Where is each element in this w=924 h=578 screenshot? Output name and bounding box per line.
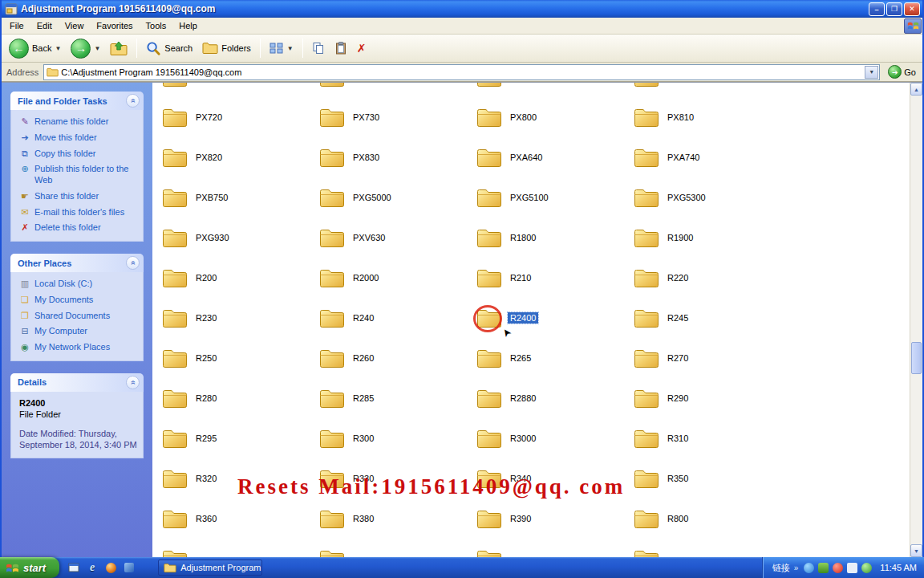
links-toolbar-label[interactable]: 链接 xyxy=(772,562,790,574)
scroll-up-icon[interactable]: ▲ xyxy=(910,83,922,96)
task-item[interactable]: Rename this folder xyxy=(19,116,138,128)
folder-item[interactable]: R320 xyxy=(159,458,316,499)
paste-button[interactable] xyxy=(330,40,351,56)
folder-item[interactable]: R230 xyxy=(159,298,316,338)
file-list-area[interactable]: PX720 xyxy=(152,83,910,557)
place-item[interactable]: My Network Places xyxy=(19,342,138,353)
folder-item[interactable]: R3000 xyxy=(473,418,630,458)
folder-item[interactable]: R310 xyxy=(630,418,788,458)
forward-dropdown-icon[interactable]: ▼ xyxy=(94,45,100,52)
go-button[interactable]: ➔ Go xyxy=(885,65,919,79)
folder-item[interactable]: R1900 xyxy=(630,218,788,258)
folder-item[interactable]: R1800 xyxy=(473,218,630,258)
copy-to-button[interactable] xyxy=(308,40,329,56)
task-button[interactable]: Adjustment Program ... xyxy=(158,560,262,576)
folder-item[interactable] xyxy=(473,539,630,557)
start-button[interactable]: start xyxy=(0,557,59,578)
ie-icon[interactable]: e xyxy=(86,561,99,574)
collapse-chevron-icon[interactable]: » xyxy=(126,256,140,270)
folder-item[interactable]: R350 xyxy=(630,458,788,499)
toolbar-expand-icon[interactable]: » xyxy=(794,564,799,572)
folder-item[interactable]: PX820 xyxy=(159,137,316,177)
folder-item[interactable] xyxy=(630,539,788,557)
place-item[interactable]: My Documents xyxy=(19,295,138,306)
menu-item[interactable]: View xyxy=(59,18,91,33)
alert-tray-icon[interactable] xyxy=(833,563,843,573)
task-item[interactable]: Copy this folder xyxy=(19,149,138,160)
folder-item[interactable] xyxy=(159,83,316,97)
up-button[interactable] xyxy=(106,39,132,58)
outlook-icon[interactable] xyxy=(123,561,136,574)
shield-tray-icon[interactable] xyxy=(818,563,829,573)
panel-header[interactable]: File and Folder Tasks » xyxy=(10,92,144,110)
place-item[interactable]: My Computer xyxy=(19,326,138,337)
folder-item[interactable]: R300 xyxy=(316,418,473,458)
folder-item[interactable]: R200 xyxy=(159,258,316,298)
folder-item[interactable]: R240 xyxy=(316,298,473,338)
folder-item[interactable]: PX720 xyxy=(159,97,316,137)
folder-item[interactable]: R285 xyxy=(316,378,473,418)
folder-item[interactable]: R800 xyxy=(630,499,788,539)
folder-item[interactable]: PX730 xyxy=(316,97,473,137)
collapse-chevron-icon[interactable]: » xyxy=(126,376,140,389)
address-dropdown-icon[interactable]: ▼ xyxy=(865,66,878,79)
folder-item[interactable]: PXG5100 xyxy=(473,177,630,218)
folder-item[interactable] xyxy=(316,539,473,557)
delete-button[interactable]: ✗ xyxy=(353,40,371,56)
menu-item[interactable]: File xyxy=(3,18,30,33)
views-button[interactable]: ▼ xyxy=(265,40,298,56)
folder-item[interactable]: PXV630 xyxy=(316,218,473,258)
task-item[interactable]: E-mail this folder's files xyxy=(19,207,138,218)
close-button[interactable]: ✕ xyxy=(904,2,920,16)
folder-item[interactable]: R210 xyxy=(473,258,630,298)
back-button[interactable]: ← Back ▼ xyxy=(5,37,65,60)
forward-button[interactable]: → ▼ xyxy=(67,37,104,60)
folder-item[interactable]: R2000 xyxy=(316,258,473,298)
folder-item[interactable]: R245 xyxy=(630,298,788,338)
address-input[interactable] xyxy=(61,66,862,79)
back-dropdown-icon[interactable]: ▼ xyxy=(55,45,61,52)
task-item[interactable]: Delete this folder xyxy=(19,222,138,234)
minimize-button[interactable]: – xyxy=(869,2,885,16)
folder-item[interactable]: R390 xyxy=(473,499,630,539)
panel-header[interactable]: Other Places » xyxy=(10,254,144,272)
panel-header[interactable]: Details » xyxy=(10,373,144,392)
folder-item[interactable] xyxy=(473,83,630,97)
folder-item[interactable]: PXA640 xyxy=(473,137,630,177)
messenger-tray-icon[interactable] xyxy=(804,563,814,573)
task-item[interactable]: Move this folder xyxy=(19,132,138,144)
task-item[interactable]: Share this folder xyxy=(19,191,138,202)
network-tray-icon[interactable] xyxy=(861,563,872,573)
volume-tray-icon[interactable] xyxy=(847,563,857,573)
maximize-button[interactable]: ❐ xyxy=(886,2,902,16)
folder-item[interactable]: R340 xyxy=(473,458,630,499)
folder-item[interactable]: R2880 xyxy=(473,378,630,418)
task-item[interactable]: Publish this folder to the Web xyxy=(19,164,138,186)
menu-item[interactable]: Edit xyxy=(30,18,59,33)
folder-item[interactable]: R280 xyxy=(159,378,316,418)
place-item[interactable]: Local Disk (C:) xyxy=(19,279,138,290)
folder-item[interactable]: PXG930 xyxy=(159,218,316,258)
scrollbar-track[interactable] xyxy=(910,96,922,544)
folder-item[interactable]: R260 xyxy=(316,338,473,378)
folder-item[interactable] xyxy=(630,83,788,97)
folders-button[interactable]: Folders xyxy=(198,40,255,56)
views-dropdown-icon[interactable]: ▼ xyxy=(287,45,294,52)
search-button[interactable]: Search xyxy=(142,39,197,58)
folder-item[interactable]: R380 xyxy=(316,499,473,539)
menu-item[interactable]: Favorites xyxy=(90,18,139,33)
menu-item[interactable]: Help xyxy=(172,18,204,33)
clock[interactable]: 11:45 AM xyxy=(880,563,917,572)
folder-item[interactable]: PX810 xyxy=(630,97,788,137)
scroll-down-icon[interactable]: ▼ xyxy=(910,544,922,557)
folder-item[interactable]: PX830 xyxy=(316,137,473,177)
folder-item[interactable]: R2400 xyxy=(473,298,630,338)
scrollbar-thumb[interactable] xyxy=(911,342,922,374)
media-player-icon[interactable] xyxy=(104,561,117,574)
folder-item[interactable]: R265 xyxy=(473,338,630,378)
folder-item[interactable]: PXB750 xyxy=(159,177,316,218)
folder-item[interactable]: PXG5000 xyxy=(316,177,473,218)
folder-item[interactable] xyxy=(159,539,316,557)
collapse-chevron-icon[interactable]: » xyxy=(126,94,140,108)
menu-item[interactable]: Tools xyxy=(140,18,173,33)
